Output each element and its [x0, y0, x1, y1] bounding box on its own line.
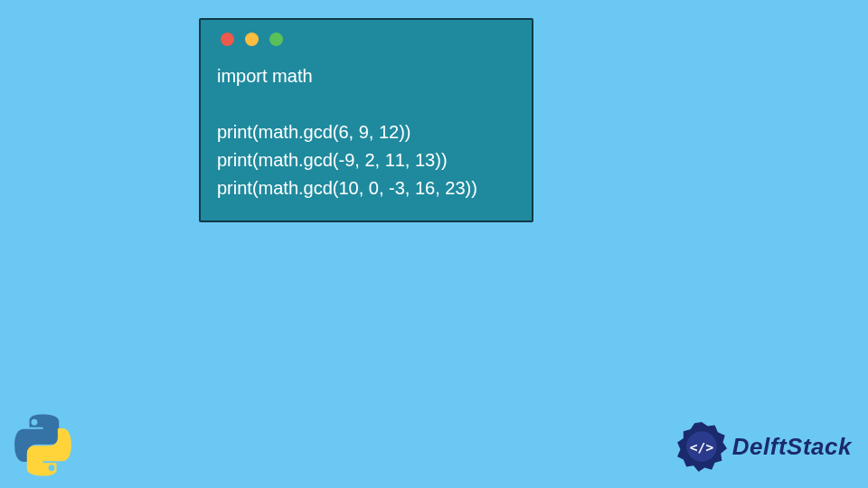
maximize-dot-icon — [269, 33, 283, 46]
code-window: import math print(math.gcd(6, 9, 12)) pr… — [199, 18, 533, 222]
minimize-dot-icon — [245, 33, 259, 46]
window-controls — [217, 33, 515, 46]
brand-badge-icon: </> — [676, 421, 727, 472]
brand: </> DelftStack — [676, 421, 852, 472]
code-block: import math print(math.gcd(6, 9, 12)) pr… — [217, 62, 515, 202]
close-dot-icon — [221, 33, 234, 46]
python-icon — [9, 411, 77, 479]
svg-text:</>: </> — [690, 439, 714, 455]
brand-name: DelftStack — [732, 433, 852, 461]
